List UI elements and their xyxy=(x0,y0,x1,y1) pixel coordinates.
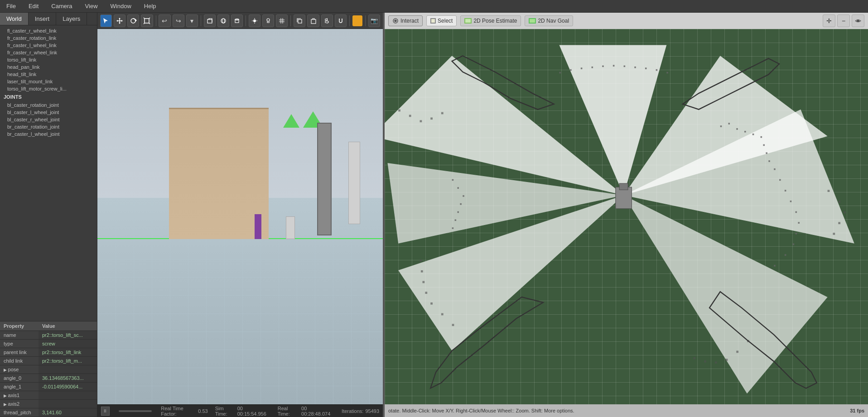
svg-rect-46 xyxy=(728,123,730,125)
svg-rect-29 xyxy=(311,19,316,24)
tab-layers[interactable]: Layers xyxy=(56,13,87,25)
svg-rect-64 xyxy=(452,179,454,181)
rotate-tool-btn[interactable] xyxy=(127,14,139,27)
pose-estimate-btn[interactable]: 2D Pose Estimate xyxy=(460,15,521,26)
svg-rect-56 xyxy=(785,190,786,192)
list-item[interactable]: fr_caster_l_wheel_link xyxy=(0,42,97,49)
separator-5 xyxy=(349,15,350,26)
tab-insert[interactable]: Insert xyxy=(29,13,57,25)
menu-file[interactable]: File xyxy=(4,2,19,10)
interact-btn[interactable]: Interact xyxy=(388,15,423,26)
pause-btn[interactable]: ⏸ xyxy=(101,407,110,416)
screenshot-btn[interactable]: 📷 xyxy=(368,14,380,27)
list-item[interactable]: torso_lift_motor_screw_li... xyxy=(0,85,97,92)
property-name-cell: parent link xyxy=(0,348,39,357)
list-item[interactable]: fr_caster_r_wheel_link xyxy=(0,49,97,56)
paste-btn[interactable] xyxy=(307,14,319,27)
svg-rect-45 xyxy=(720,125,722,127)
menu-window[interactable]: Window xyxy=(108,2,134,10)
fps-counter: 31 fps xyxy=(850,408,864,413)
svg-rect-63 xyxy=(774,265,776,267)
main-area: World Insert Layers fl_caster_r_wheel_li… xyxy=(0,13,868,417)
svg-point-14 xyxy=(221,19,226,23)
svg-rect-62 xyxy=(785,254,786,256)
sim-time-label: Sim Time: xyxy=(215,406,236,417)
list-item[interactable]: head_pan_link xyxy=(0,63,97,71)
separator-1 xyxy=(156,15,156,26)
iterations-item: Iterations: 95493 xyxy=(342,408,379,414)
svg-rect-66 xyxy=(463,195,464,197)
translate-tool-btn[interactable] xyxy=(114,14,125,27)
property-value-cell[interactable] xyxy=(39,391,97,400)
menu-camera[interactable]: Camera xyxy=(48,2,75,10)
property-name-cell: child link xyxy=(0,357,39,365)
nav-goal-btn[interactable]: 2D Nav Goal xyxy=(525,15,573,26)
box-shape-btn[interactable] xyxy=(204,14,216,27)
iterations-value: 95493 xyxy=(365,408,379,414)
list-item[interactable]: fr_caster_rotation_link xyxy=(0,34,97,42)
svg-rect-47 xyxy=(736,128,738,130)
add-display-btn[interactable]: ✛ xyxy=(823,14,835,27)
align-btn[interactable] xyxy=(321,14,333,27)
property-value-cell: pr2::torso_lift_m... xyxy=(39,357,97,365)
svg-rect-78 xyxy=(634,67,636,68)
property-name-cell: angle_0 xyxy=(0,374,39,383)
grid-btn[interactable] xyxy=(276,14,288,27)
list-item[interactable]: bl_caster_l_wheel_joint xyxy=(0,109,97,116)
sun-btn[interactable] xyxy=(249,14,260,27)
svg-marker-5 xyxy=(121,20,123,22)
rtf-value: 0.53 xyxy=(198,408,207,414)
svg-rect-51 xyxy=(763,144,765,146)
dropdown-btn[interactable]: ▾ xyxy=(186,14,198,27)
svg-rect-75 xyxy=(602,66,604,67)
svg-point-15 xyxy=(222,19,224,23)
svg-point-37 xyxy=(857,20,859,22)
menu-edit[interactable]: Edit xyxy=(26,2,41,10)
redo-btn[interactable]: ↪ xyxy=(173,14,184,27)
scale-tool-btn[interactable] xyxy=(141,14,153,27)
list-item[interactable]: bl_caster_r_wheel_joint xyxy=(0,116,97,123)
property-value-cell[interactable] xyxy=(39,365,97,374)
orange-color-btn[interactable] xyxy=(352,15,362,26)
svg-rect-53 xyxy=(768,160,770,162)
property-value-cell[interactable] xyxy=(39,400,97,408)
menu-view[interactable]: View xyxy=(82,2,101,10)
list-item[interactable]: torso_lift_link xyxy=(0,56,97,63)
svg-rect-59 xyxy=(798,222,800,224)
iterations-label: Iterations: xyxy=(342,408,363,414)
menu-help[interactable]: Help xyxy=(141,2,159,10)
remove-display-btn[interactable]: − xyxy=(837,14,850,27)
sphere-shape-btn[interactable] xyxy=(217,14,229,27)
cursor-tool-btn[interactable] xyxy=(100,14,112,27)
separator-4 xyxy=(290,15,291,26)
svg-rect-99 xyxy=(441,313,444,316)
svg-rect-98 xyxy=(452,324,454,326)
tab-world[interactable]: World xyxy=(0,13,29,25)
scene-area[interactable] xyxy=(97,29,383,404)
vending-machine xyxy=(348,142,360,224)
eye-btn[interactable] xyxy=(852,14,864,27)
svg-rect-71 xyxy=(559,72,561,74)
nav-goal-label: 2D Nav Goal xyxy=(538,18,569,24)
list-item[interactable]: bl_caster_rotation_joint xyxy=(0,101,97,109)
select-btn[interactable]: Select xyxy=(426,15,457,26)
list-item[interactable]: br_caster_l_wheel_joint xyxy=(0,130,97,138)
copy-btn[interactable] xyxy=(294,14,305,27)
svg-rect-94 xyxy=(726,359,728,361)
rviz-scene[interactable] xyxy=(385,29,868,404)
list-item[interactable]: fl_caster_r_wheel_link xyxy=(0,27,97,34)
svg-point-23 xyxy=(267,19,270,21)
svg-rect-67 xyxy=(460,203,462,205)
light-btn[interactable] xyxy=(262,14,274,27)
magnet-btn[interactable] xyxy=(335,14,347,27)
svg-rect-50 xyxy=(761,136,762,138)
separator-6 xyxy=(365,15,366,26)
list-item[interactable]: br_caster_rotation_joint xyxy=(0,123,97,130)
undo-btn[interactable]: ↩ xyxy=(159,14,170,27)
svg-rect-58 xyxy=(796,211,797,213)
list-item[interactable]: head_tilt_link xyxy=(0,71,97,78)
cylinder-shape-btn[interactable] xyxy=(231,14,243,27)
property-name-cell: axis1 xyxy=(0,391,39,400)
svg-rect-48 xyxy=(744,131,746,133)
list-item[interactable]: laser_tilt_mount_link xyxy=(0,78,97,85)
